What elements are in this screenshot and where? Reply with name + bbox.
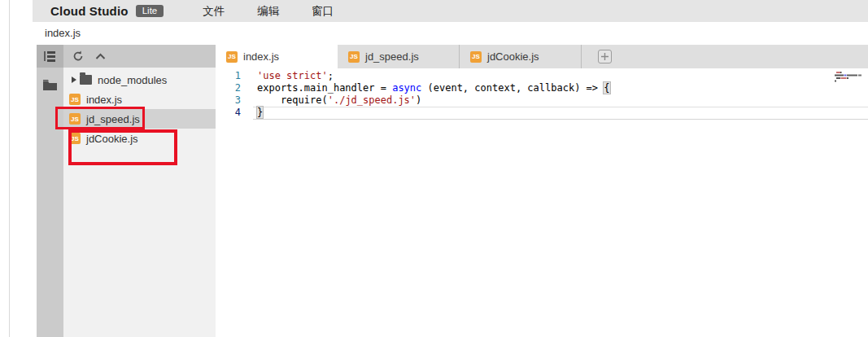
app-logo: Cloud Studio	[50, 4, 129, 18]
editor-region: JS index.js JS jd_speed.js JS jdCookie.j…	[216, 45, 868, 337]
js-file-icon: JS	[69, 133, 81, 144]
code-lines[interactable]: 'use strict';exports.main_handler = asyn…	[257, 70, 831, 119]
left-edge-divider	[9, 0, 10, 337]
tab-label: jd_speed.js	[365, 50, 419, 63]
lite-badge: Lite	[136, 5, 164, 17]
menu-item-edit[interactable]: 编辑	[241, 4, 295, 19]
tree-item-jdcookie-js[interactable]: JS jdCookie.js	[63, 129, 216, 148]
code-editor[interactable]: 1234 'use strict';exports.main_handler =…	[216, 68, 868, 337]
line-number[interactable]: 3	[216, 94, 253, 107]
new-tab-button[interactable]	[582, 45, 627, 68]
tab-label: jdCookie.js	[487, 50, 539, 63]
top-menu-bar: Cloud Studio Lite 文件 编辑 窗口	[33, 0, 868, 22]
minimap[interactable]	[834, 71, 865, 83]
line-number[interactable]: 2	[216, 82, 253, 94]
folder-icon	[43, 80, 57, 90]
tree-item-index-js[interactable]: JS index.js	[63, 90, 216, 109]
js-file-icon: JS	[69, 113, 81, 125]
menu-item-window[interactable]: 窗口	[295, 4, 350, 19]
file-explorer-panel: node_modules JS index.js JS jd_speed.js …	[63, 45, 216, 337]
tree-item-label: index.js	[86, 94, 122, 106]
js-file-icon: JS	[69, 94, 81, 105]
tree-item-label: node_modules	[98, 74, 167, 86]
tab-label: index.js	[243, 50, 279, 63]
line-number[interactable]: 4	[216, 107, 253, 119]
tree-item-label: jd_speed.js	[86, 113, 140, 125]
tab-jd-speed-js[interactable]: JS jd_speed.js	[338, 45, 460, 68]
tree-item-jd-speed-js[interactable]: JS jd_speed.js	[63, 109, 216, 129]
js-file-icon: JS	[348, 51, 360, 63]
tree-item-label: jdCookie.js	[86, 133, 138, 145]
line-number[interactable]: 1	[216, 70, 253, 82]
app-window: Cloud Studio Lite 文件 编辑 窗口 index.js	[0, 0, 868, 337]
expand-caret-icon[interactable]	[68, 77, 80, 83]
menu-bar: 文件 编辑 窗口	[186, 4, 350, 19]
files-button[interactable]	[37, 73, 63, 96]
collapse-up-icon[interactable]	[95, 53, 106, 60]
plus-icon	[598, 50, 612, 63]
window-title: index.js	[33, 22, 868, 45]
refresh-icon[interactable]	[72, 50, 84, 62]
js-file-icon: JS	[226, 51, 238, 63]
tab-index-js[interactable]: JS index.js	[216, 45, 338, 68]
explorer-toolbar	[63, 45, 216, 68]
tab-strip: JS index.js JS jd_speed.js JS jdCookie.j…	[216, 45, 868, 68]
menu-item-file[interactable]: 文件	[186, 4, 241, 19]
folder-icon	[80, 75, 92, 85]
code-line[interactable]: require('./jd_speed.js')	[257, 94, 831, 107]
code-line[interactable]: }	[257, 107, 831, 119]
code-line[interactable]: 'use strict';	[257, 70, 831, 82]
outline-tree-icon	[44, 50, 57, 62]
explorer-outline-button[interactable]	[37, 45, 63, 68]
tree-item-node-modules[interactable]: node_modules	[63, 70, 216, 90]
tab-jdcookie-js[interactable]: JS jdCookie.js	[460, 45, 582, 68]
code-line[interactable]: exports.main_handler = async (event, con…	[257, 82, 831, 94]
file-tree: node_modules JS index.js JS jd_speed.js …	[63, 68, 216, 148]
line-number-gutter[interactable]: 1234	[216, 70, 253, 119]
js-file-icon: JS	[470, 51, 482, 63]
activity-bar	[37, 45, 63, 337]
